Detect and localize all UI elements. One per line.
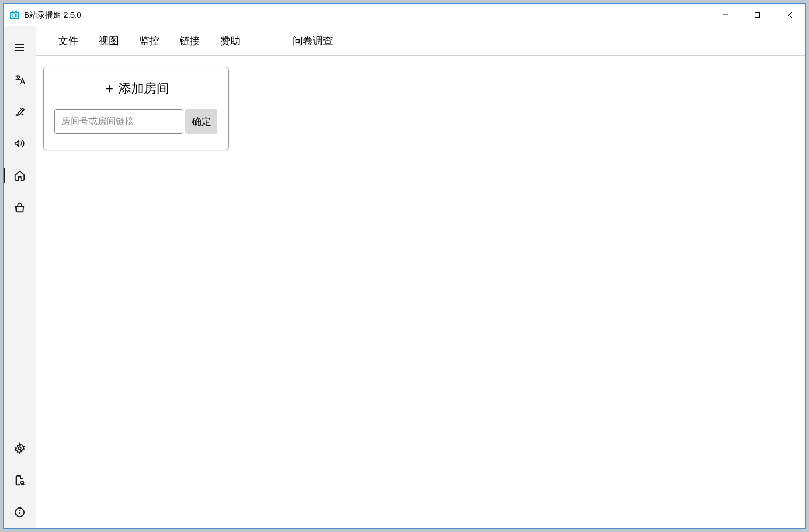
- close-button[interactable]: [773, 4, 805, 26]
- hamburger-icon: [14, 42, 26, 53]
- content-area: ＋ 添加房间 确定: [36, 56, 805, 528]
- megaphone-icon: [14, 138, 26, 149]
- add-room-title: ＋ 添加房间: [54, 79, 217, 98]
- home-icon: [14, 170, 26, 181]
- add-room-card: ＋ 添加房间 确定: [43, 67, 229, 150]
- gear-icon: [14, 442, 26, 454]
- info-icon: [14, 506, 26, 518]
- svg-point-12: [18, 447, 21, 450]
- menu-view[interactable]: 视图: [96, 31, 121, 51]
- add-room-input-row: 确定: [54, 109, 217, 134]
- maximize-button[interactable]: [741, 4, 773, 26]
- app-icon: [9, 10, 20, 20]
- sidebar-item-home[interactable]: [7, 163, 33, 188]
- svg-rect-0: [10, 12, 19, 19]
- main-area: 文件 视图 监控 链接 赞助 问卷调查 ＋ 添加房间 确定: [36, 26, 805, 528]
- plus-icon: ＋: [102, 79, 116, 98]
- body-area: 文件 视图 监控 链接 赞助 问卷调查 ＋ 添加房间 确定: [4, 26, 805, 528]
- translate-icon: [14, 74, 26, 85]
- sidebar-item-about[interactable]: [7, 499, 33, 525]
- sidebar-item-log[interactable]: [7, 467, 33, 493]
- room-id-input[interactable]: [54, 109, 183, 134]
- minimize-button[interactable]: [709, 4, 741, 26]
- add-room-title-text: 添加房间: [118, 80, 169, 97]
- menu-monitor[interactable]: 监控: [137, 31, 161, 51]
- menu-survey[interactable]: 问卷调查: [290, 31, 335, 51]
- sidebar-item-announcement[interactable]: [7, 131, 33, 156]
- sidebar-item-theme[interactable]: [7, 99, 33, 124]
- sidebar-item-toolbox[interactable]: [7, 195, 33, 220]
- window-controls: [709, 4, 805, 26]
- confirm-button[interactable]: 确定: [185, 109, 217, 134]
- window-title: B站录播姬 2.5.0: [24, 10, 709, 20]
- sidebar-menu-toggle[interactable]: [7, 35, 33, 60]
- app-window: B站录播姬 2.5.0: [3, 3, 806, 529]
- titlebar: B站录播姬 2.5.0: [4, 4, 805, 26]
- sidebar-item-settings[interactable]: [7, 436, 33, 461]
- svg-point-3: [13, 14, 16, 17]
- log-icon: [14, 474, 26, 486]
- toolbox-icon: [14, 201, 26, 213]
- svg-rect-5: [755, 13, 760, 18]
- sidebar: [4, 26, 36, 528]
- paint-icon: [14, 106, 26, 117]
- svg-point-11: [22, 114, 23, 115]
- menubar: 文件 视图 监控 链接 赞助 问卷调查: [36, 26, 805, 56]
- menu-link[interactable]: 链接: [177, 31, 202, 51]
- svg-point-16: [20, 510, 20, 511]
- sidebar-item-language[interactable]: [7, 67, 33, 92]
- menu-file[interactable]: 文件: [56, 31, 80, 51]
- menu-sponsor[interactable]: 赞助: [218, 31, 242, 51]
